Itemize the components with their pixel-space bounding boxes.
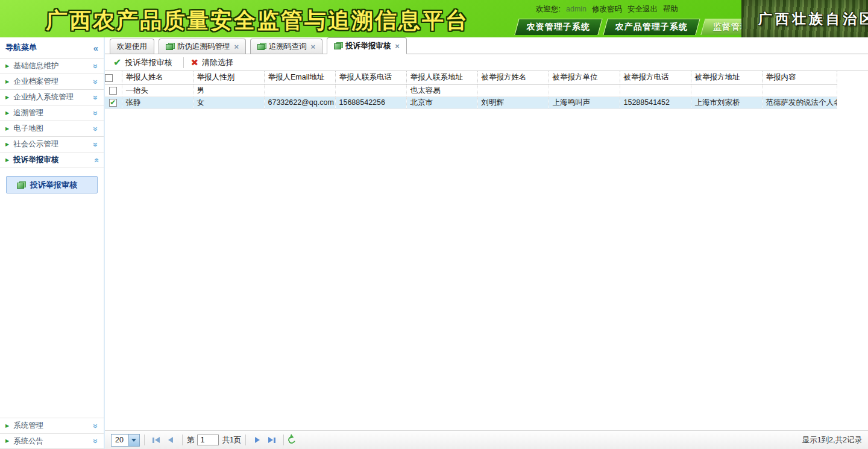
cell: 67332622@qq.com (264, 96, 335, 108)
complaint-table: 举报人姓名 举报人性别 举报人Email地址 举报人联系电话 举报人联系地址 被… (105, 71, 837, 109)
header-right: 欢迎您: admin 修改密码 安全退出 帮助 农资管理子系统 农产品管理子系统… (515, 0, 741, 37)
nav-header: 导航菜单 « (0, 37, 104, 58)
cell: 也太容易 (406, 84, 477, 96)
column-header[interactable]: 举报人性别 (193, 71, 264, 84)
review-complaint-button[interactable]: ✔ 投诉举报审核 (111, 57, 179, 68)
app-header: 广西农产品质量安全监管与追溯信息平台 欢迎您: admin 修改密码 安全退出 … (0, 0, 868, 37)
cell (762, 84, 837, 96)
row-checkbox[interactable] (109, 99, 117, 107)
page-number-input[interactable] (197, 435, 219, 445)
cell: 男 (193, 84, 264, 96)
table-row[interactable]: 一抬头 男 也太容易 (105, 84, 837, 96)
bullet-icon: ▶ (5, 127, 9, 131)
sidebar-item-enterprise-archive[interactable]: ▶ 企业档案管理 » (0, 74, 104, 90)
tab-complaint-review[interactable]: 投诉举报审核 × (327, 37, 407, 54)
sidebar-item-basic-info[interactable]: ▶ 基础信息维护 » (0, 58, 104, 74)
help-link[interactable]: 帮助 (663, 4, 678, 14)
record-info: 显示1到2,共2记录 (802, 435, 862, 445)
chevron-up-icon: » (92, 158, 100, 163)
column-header[interactable]: 举报人联系地址 (406, 71, 477, 84)
folder-stack-icon (257, 43, 266, 50)
subsystem-button-agri-products[interactable]: 农产品管理子系统 (603, 19, 700, 35)
tab-trace-code-query[interactable]: 追溯码查询 × (250, 39, 322, 54)
cell (549, 84, 620, 96)
next-page-button[interactable] (250, 434, 265, 446)
folder-stack-icon (17, 181, 25, 189)
table-header-row: 举报人姓名 举报人性别 举报人Email地址 举报人联系电话 举报人联系地址 被… (105, 71, 837, 84)
column-header[interactable]: 举报人联系电话 (335, 71, 406, 84)
bullet-icon: ▶ (5, 158, 9, 163)
total-pages-label: 共1页 (222, 435, 241, 445)
pagination-bar: 20 第 共1页 显示1到2,共2记录 (105, 430, 868, 449)
column-header[interactable]: 被举报方地址 (691, 71, 762, 84)
bullet-icon: ▶ (5, 80, 9, 84)
column-header[interactable]: 被举报方单位 (549, 71, 620, 84)
folder-stack-icon (166, 43, 174, 50)
sidebar-item-complaint-review[interactable]: ▶ 投诉举报审核 » (0, 152, 104, 168)
welcome-prefix: 欢迎您: (536, 4, 561, 14)
select-all-checkbox[interactable] (105, 74, 113, 82)
chevron-down-icon: » (92, 111, 100, 116)
column-header[interactable]: 举报人Email地址 (264, 71, 335, 84)
sidebar-item-enterprise-system[interactable]: ▶ 企业纳入系统管理 » (0, 90, 104, 105)
bullet-icon: ▶ (5, 111, 9, 116)
cell: 范德萨发的说法个人名 (762, 96, 837, 108)
sidebar-item-public-notice[interactable]: ▶ 社会公示管理 » (0, 137, 104, 152)
cell (691, 84, 762, 96)
tab-bar: 欢迎使用 防伪追溯码管理 × 追溯码查询 × 投诉举报审核 × (105, 37, 868, 54)
first-page-button[interactable] (149, 434, 163, 446)
folder-stack-icon (334, 42, 342, 49)
sidebar-item-system-management[interactable]: ▶ 系统管理 » (0, 418, 104, 433)
sidebar-item-trace-management[interactable]: ▶ 追溯管理 » (0, 105, 104, 121)
wheat-field-banner: 广西壮族自治区 (741, 0, 868, 37)
table-row[interactable]: 张静 女 67332622@qq.com 15688542256 北京市 刘明辉… (105, 96, 837, 108)
bullet-icon: ▶ (5, 142, 9, 147)
region-banner-text: 广西壮族自治区 (758, 10, 868, 28)
cell (477, 84, 549, 96)
sidebar-item-system-announcement[interactable]: ▶ 系统公告 » (0, 433, 104, 449)
cell: 一抬头 (122, 84, 193, 96)
main-content: 欢迎使用 防伪追溯码管理 × 追溯码查询 × 投诉举报审核 × ✔ 投诉举报审核 (105, 37, 868, 449)
welcome-line: 欢迎您: admin 修改密码 安全退出 帮助 (515, 0, 741, 18)
bullet-icon: ▶ (5, 64, 9, 69)
tab-close-icon[interactable]: × (234, 42, 239, 51)
chevron-down-icon: » (92, 439, 100, 444)
subsystem-button-agri-materials[interactable]: 农资管理子系统 (514, 19, 602, 35)
tab-welcome[interactable]: 欢迎使用 (110, 39, 154, 54)
chevron-down-icon: » (92, 95, 100, 100)
cell: 上海鸣叫声 (549, 96, 620, 108)
cell: 15288541452 (620, 96, 691, 108)
prev-page-button[interactable] (163, 434, 178, 446)
sidebar: 导航菜单 « ▶ 基础信息维护 » ▶ 企业档案管理 » ▶ 企业纳入系统管理 … (0, 37, 105, 449)
column-header[interactable]: 被举报方电话 (620, 71, 691, 84)
column-header[interactable]: 举报内容 (762, 71, 837, 84)
cell: 张静 (122, 96, 193, 108)
submenu-item-complaint-review[interactable]: 投诉举报审核 (6, 176, 98, 193)
cell: 15688542256 (335, 96, 406, 108)
tab-close-icon[interactable]: × (395, 42, 400, 51)
collapse-sidebar-icon[interactable]: « (93, 43, 98, 53)
chevron-down-icon: » (92, 80, 100, 84)
sidebar-item-electronic-map[interactable]: ▶ 电子地图 » (0, 121, 104, 137)
refresh-icon[interactable] (287, 435, 297, 445)
change-password-link[interactable]: 修改密码 (592, 4, 622, 14)
content-filler (105, 109, 868, 431)
check-icon: ✔ (113, 58, 121, 68)
bullet-icon: ▶ (5, 424, 9, 429)
last-page-button[interactable] (265, 434, 279, 446)
username: admin (566, 5, 587, 13)
app-title: 广西农产品质量安全监管与追溯信息平台 (46, 6, 469, 36)
row-checkbox[interactable] (109, 87, 117, 95)
header-checkbox-cell (105, 71, 122, 84)
clear-selection-button[interactable]: ✖ 清除选择 (188, 57, 241, 68)
column-header[interactable]: 被举报方姓名 (477, 71, 549, 84)
cell: 女 (193, 96, 264, 108)
column-header[interactable]: 举报人姓名 (122, 71, 193, 84)
nav-expand-panel: 投诉举报审核 (0, 168, 104, 418)
tab-close-icon[interactable]: × (311, 42, 316, 51)
tab-anticounterfeit-trace-code[interactable]: 防伪追溯码管理 × (159, 39, 246, 54)
chevron-down-icon: » (92, 127, 100, 131)
logout-link[interactable]: 安全退出 (627, 4, 658, 14)
page-size-select[interactable]: 20 (111, 434, 140, 447)
subsystem-buttons: 农资管理子系统 农产品管理子系统 监督管理 (515, 18, 741, 35)
